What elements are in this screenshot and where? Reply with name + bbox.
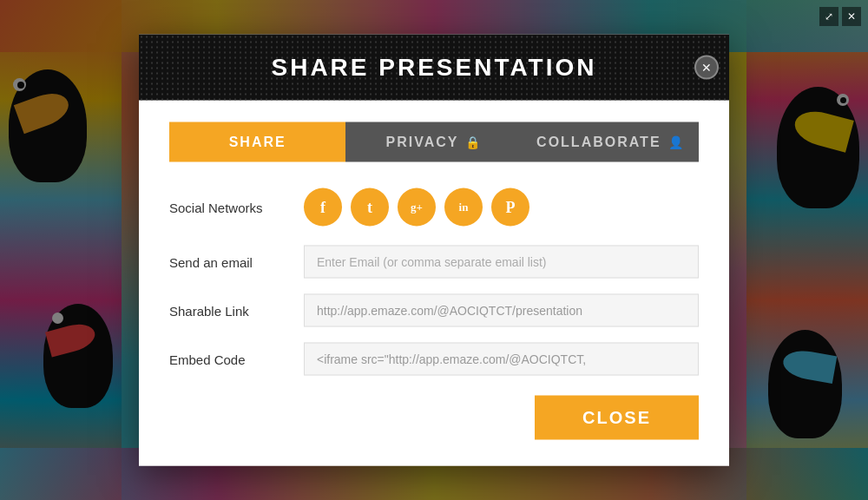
tab-share-label: SHARE [229, 135, 286, 150]
modal-body: SHARE PRIVACY 🔒 COLLABORATE 👤 Social Net… [139, 101, 729, 466]
tab-share[interactable]: SHARE [169, 122, 345, 162]
googleplus-icon: g+ [411, 201, 423, 214]
close-button[interactable]: CLOSE [535, 396, 699, 440]
facebook-icon: f [320, 198, 326, 216]
twitter-icon: t [367, 198, 372, 216]
expand-icon[interactable]: ⤢ [819, 7, 838, 26]
pinterest-button[interactable]: P [491, 188, 529, 227]
pinterest-icon: P [506, 198, 516, 216]
tab-bar: SHARE PRIVACY 🔒 COLLABORATE 👤 [169, 122, 699, 162]
tab-collaborate[interactable]: COLLABORATE 👤 [523, 122, 699, 162]
modal-header: SHARE PRESENTATION ✕ [139, 35, 729, 101]
tab-collaborate-label: COLLABORATE [536, 135, 661, 150]
window-close-icon[interactable]: ✕ [842, 7, 861, 26]
sharable-link-input[interactable] [304, 294, 699, 327]
email-row: Send an email [169, 246, 699, 279]
social-networks-row: Social Networks f t g+ in P [169, 188, 699, 227]
modal-close-button[interactable]: ✕ [694, 56, 719, 80]
embed-code-row: Embed Code [169, 343, 699, 376]
googleplus-button[interactable]: g+ [398, 188, 436, 227]
twitter-button[interactable]: t [351, 188, 389, 227]
sharable-link-label: Sharable Link [169, 303, 304, 318]
window-controls: ⤢ ✕ [819, 7, 861, 26]
tab-privacy[interactable]: PRIVACY 🔒 [345, 122, 522, 162]
linkedin-icon: in [459, 201, 469, 214]
embed-code-input[interactable] [304, 343, 699, 376]
email-input[interactable] [304, 246, 699, 279]
linkedin-button[interactable]: in [444, 188, 483, 227]
embed-code-label: Embed Code [169, 352, 304, 366]
modal-title: SHARE PRESENTATION [272, 54, 597, 81]
social-icons-group: f t g+ in P [304, 188, 529, 227]
share-modal: SHARE PRESENTATION ✕ SHARE PRIVACY 🔒 COL… [139, 35, 729, 466]
lock-icon: 🔒 [465, 135, 482, 149]
email-label: Send an email [169, 254, 304, 269]
modal-footer: CLOSE [169, 391, 699, 440]
people-icon: 👤 [668, 135, 685, 149]
social-networks-label: Social Networks [169, 200, 304, 214]
facebook-button[interactable]: f [304, 188, 342, 227]
tab-privacy-label: PRIVACY [386, 135, 459, 150]
sharable-link-row: Sharable Link [169, 294, 699, 327]
